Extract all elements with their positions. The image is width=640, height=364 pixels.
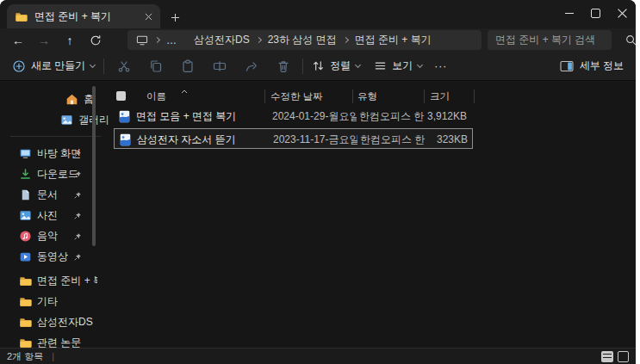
sidebar-item-label: 문서 bbox=[37, 188, 58, 202]
sort-button-label: 정렬 bbox=[330, 59, 351, 73]
back-button[interactable]: ← bbox=[5, 29, 31, 52]
column-header-size[interactable]: 크기 bbox=[430, 90, 450, 103]
rename-button[interactable] bbox=[212, 59, 227, 73]
details-view-toggle[interactable] bbox=[601, 351, 613, 362]
downloads-icon bbox=[19, 168, 32, 181]
window-controls bbox=[556, 0, 636, 27]
sidebar-item-label: 사진 bbox=[37, 208, 58, 223]
item-count: 2개 항목 bbox=[7, 350, 43, 363]
view-toggles bbox=[601, 351, 629, 362]
status-bar: 2개 항목 | bbox=[0, 348, 636, 364]
column-divider[interactable] bbox=[264, 89, 265, 103]
toolbar-divider bbox=[103, 59, 104, 74]
folder-icon bbox=[19, 316, 32, 329]
column-header-name[interactable]: 이름 bbox=[146, 90, 166, 103]
address-bar-row: ← → ↑ … 삼성전자DS 23하 삼성 면접 면접 준비 + 복기 면접 준… bbox=[0, 28, 636, 52]
sort-ascending-icon bbox=[181, 85, 188, 96]
close-button[interactable] bbox=[609, 0, 636, 27]
column-header-type[interactable]: 유형 bbox=[357, 90, 377, 103]
minimize-button[interactable] bbox=[556, 0, 582, 27]
paste-button[interactable] bbox=[180, 59, 195, 73]
search-icon[interactable] bbox=[625, 34, 636, 46]
pin-icon bbox=[73, 149, 82, 161]
sidebar-scrollbar-thumb[interactable] bbox=[92, 86, 96, 246]
new-button[interactable]: 새로 만들기 bbox=[12, 59, 95, 73]
breadcrumb-overflow[interactable]: … bbox=[166, 34, 177, 46]
file-date: 2024-01-29-월요일 오... bbox=[272, 106, 357, 126]
details-pane-label: 세부 정보 bbox=[580, 59, 624, 73]
breadcrumb-item[interactable]: 삼성전자DS bbox=[194, 33, 250, 47]
column-divider[interactable] bbox=[424, 89, 425, 103]
explorer-tab[interactable]: 면접 준비 + 복기 bbox=[7, 4, 160, 28]
explorer-window: 면접 준비 + 복기 ← → ↑ bbox=[0, 0, 636, 364]
select-all-checkbox[interactable] bbox=[116, 91, 126, 101]
content-area: 홈 갤러리 바탕 화면 bbox=[0, 80, 636, 348]
more-options-button[interactable]: ··· bbox=[434, 60, 447, 72]
large-icons-view-toggle[interactable] bbox=[618, 351, 629, 362]
view-button[interactable]: 보기 bbox=[374, 59, 422, 73]
sidebar-item-label: 삼성전자DS bbox=[37, 315, 93, 330]
maximize-button[interactable] bbox=[582, 0, 609, 27]
chevron-down-icon bbox=[417, 61, 423, 67]
file-row-selected[interactable]: 삼성전자 자소서 뜯기 2023-11-17-금요일 오... 한컴오피스 한글… bbox=[114, 128, 473, 149]
command-bar: 새로 만들기 bbox=[0, 52, 636, 80]
videos-icon bbox=[19, 250, 32, 263]
column-header-date[interactable]: 수정한 날짜 bbox=[270, 90, 323, 103]
breadcrumb-item[interactable]: 23하 삼성 면접 bbox=[268, 33, 337, 47]
search-input[interactable]: 면접 준비 + 복기 검색 bbox=[488, 30, 612, 50]
share-button[interactable] bbox=[244, 59, 258, 73]
refresh-button[interactable] bbox=[83, 29, 109, 52]
breadcrumb-item[interactable]: 면접 준비 + 복기 bbox=[355, 33, 432, 47]
trash-icon bbox=[277, 59, 290, 73]
file-row[interactable]: 면접 모음 + 면접 복기 2024-01-29-월요일 오... 한컴오피스 … bbox=[114, 106, 473, 126]
pin-icon bbox=[73, 252, 82, 264]
tab-title: 면접 준비 + 복기 bbox=[34, 9, 138, 24]
column-divider[interactable] bbox=[352, 89, 353, 103]
new-tab-button[interactable] bbox=[167, 9, 183, 25]
chevron-down-icon bbox=[90, 61, 96, 67]
sidebar-item-folder-etc[interactable]: 기타 bbox=[0, 291, 111, 312]
cut-icon bbox=[117, 59, 131, 73]
details-pane-button[interactable]: 세부 정보 bbox=[560, 59, 624, 73]
pin-icon bbox=[73, 190, 82, 202]
sort-arrows-icon bbox=[312, 59, 325, 72]
breadcrumb-chevron-icon bbox=[154, 37, 160, 43]
copy-icon bbox=[149, 59, 163, 73]
clipboard-buttons bbox=[116, 59, 290, 73]
sidebar-item-folder-interview[interactable]: 면접 준비 + 복기 bbox=[0, 270, 111, 291]
tab-close-icon[interactable] bbox=[145, 13, 152, 21]
sidebar-item-label: 음악 bbox=[37, 229, 58, 244]
cut-button[interactable] bbox=[116, 59, 131, 73]
file-name: 삼성전자 자소서 뜯기 bbox=[137, 129, 236, 150]
this-pc-icon[interactable] bbox=[136, 35, 148, 46]
sort-button[interactable]: 정렬 bbox=[312, 59, 360, 73]
details-view-icon bbox=[601, 351, 613, 362]
close-icon bbox=[618, 9, 627, 18]
gallery-icon bbox=[60, 114, 73, 126]
file-size: 3,912KB bbox=[398, 106, 467, 126]
sidebar-item-label: 기타 bbox=[37, 294, 58, 309]
up-button[interactable]: ↑ bbox=[57, 29, 83, 52]
new-plus-circle-icon bbox=[12, 59, 26, 73]
file-size: 323KB bbox=[399, 129, 468, 150]
address-field[interactable]: … 삼성전자DS 23하 삼성 면접 면접 준비 + 복기 bbox=[127, 30, 482, 50]
maximize-icon bbox=[591, 9, 600, 18]
details-pane-icon bbox=[560, 60, 574, 72]
sidebar-item-videos[interactable]: 동영상 bbox=[0, 246, 111, 267]
rename-icon bbox=[213, 59, 227, 73]
copy-button[interactable] bbox=[148, 59, 163, 73]
toolbar-divider bbox=[302, 59, 303, 74]
column-divider[interactable] bbox=[474, 89, 475, 103]
view-lines-icon bbox=[374, 59, 387, 72]
delete-button[interactable] bbox=[276, 59, 290, 73]
file-name: 면접 모음 + 면접 복기 bbox=[136, 106, 236, 126]
pin-icon bbox=[73, 231, 82, 244]
pictures-icon bbox=[19, 209, 32, 222]
forward-button[interactable]: → bbox=[31, 29, 57, 52]
view-button-label: 보기 bbox=[392, 59, 413, 73]
refresh-icon bbox=[90, 34, 102, 46]
breadcrumb-chevron-icon bbox=[343, 37, 349, 43]
breadcrumb-chevron-icon bbox=[256, 37, 262, 43]
folder-icon bbox=[19, 275, 32, 287]
sidebar-item-folder-samsungds[interactable]: 삼성전자DS bbox=[0, 312, 111, 332]
